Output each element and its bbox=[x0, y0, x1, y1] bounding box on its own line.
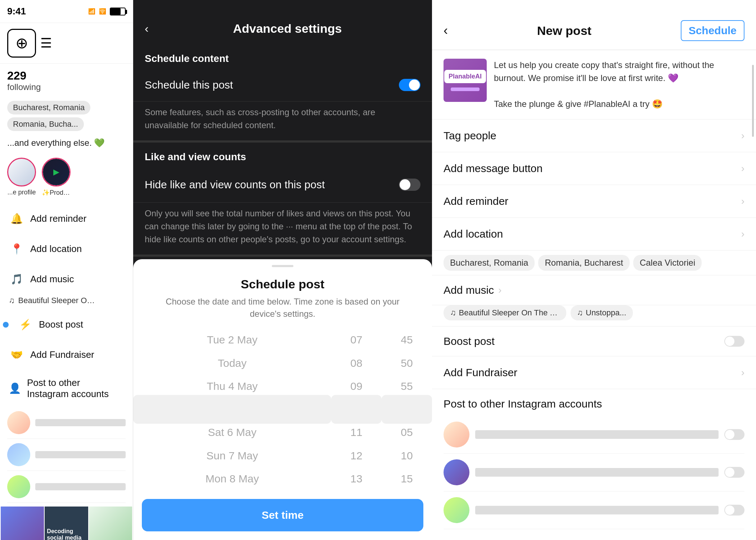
hour-picker-col[interactable]: 07 08 09 10 11 12 13 bbox=[331, 328, 382, 490]
picker-date-6[interactable]: Mon 8 May bbox=[133, 467, 331, 490]
loc-tag-right-2: Romania, Bucharest bbox=[538, 255, 629, 271]
picker-hour-1[interactable]: 08 bbox=[331, 351, 382, 374]
story-item-profile[interactable]: ...e profile bbox=[7, 158, 36, 197]
music-chip-1: ♫ Beautiful Sleeper On The Train · The P… bbox=[444, 305, 566, 320]
post-to-other-item[interactable]: 👤 Post to other Instagram accounts bbox=[0, 370, 133, 407]
music-track-item: ♫ Beautiful Sleeper On The Train · The bbox=[9, 296, 124, 305]
tag-people-row[interactable]: Tag people › bbox=[432, 120, 756, 152]
music-note-icon-right: ♫ bbox=[450, 308, 456, 318]
picker-date-4[interactable]: Sat 6 May bbox=[133, 421, 331, 444]
modal-subtitle: Choose the date and time below. Time zon… bbox=[133, 296, 432, 320]
story-label-product: ✨Product bbox=[42, 189, 71, 197]
add-music-item[interactable]: 🎵 Add music bbox=[0, 264, 133, 294]
music-track-1: Beautiful Sleeper On The Train · The Poi… bbox=[459, 308, 560, 318]
right-account-toggle-1[interactable] bbox=[724, 429, 744, 440]
right-avatar-3 bbox=[444, 497, 469, 523]
schedule-toggle[interactable] bbox=[399, 79, 420, 91]
right-avatar-1 bbox=[444, 422, 469, 447]
picker-minute-5[interactable]: 10 bbox=[382, 444, 432, 467]
schedule-button-right[interactable]: Schedule bbox=[681, 20, 744, 41]
minute-picker-col[interactable]: 45 50 55 00 05 10 15 bbox=[382, 328, 432, 490]
picker-minute-1[interactable]: 50 bbox=[382, 351, 432, 374]
post-caption: Let us help you create copy that's strai… bbox=[494, 59, 744, 111]
scrollbar[interactable] bbox=[752, 65, 754, 137]
stories-row: ...e profile ▶ ✨Product bbox=[0, 153, 133, 201]
left-panel: 9:41 📶 🛜 ⊕ ☰ 229 following Bucharest, Ro… bbox=[0, 0, 133, 540]
picker-date-3[interactable]: Fri 5 May bbox=[133, 398, 331, 421]
picker-date-0[interactable]: Tue 2 May bbox=[133, 328, 331, 351]
hide-counts-toggle[interactable] bbox=[399, 179, 420, 191]
loc-tag-right-1: Bucharest, Romania bbox=[444, 255, 535, 271]
tag-people-chevron: › bbox=[741, 130, 744, 141]
boost-post-item[interactable]: ⚡ Boost post bbox=[0, 310, 133, 340]
message-chevron: › bbox=[741, 163, 744, 174]
add-music-row-right[interactable]: Add music › bbox=[432, 275, 756, 305]
right-menu-items: Tag people › Add message button › Add re… bbox=[432, 120, 756, 529]
hamburger-icon[interactable]: ☰ bbox=[40, 36, 52, 51]
back-button-right[interactable]: ‹ bbox=[444, 23, 448, 38]
add-reminder-row-right[interactable]: Add reminder › bbox=[432, 185, 756, 218]
picker-hour-6[interactable]: 13 bbox=[331, 467, 382, 490]
music-note-icon-right-2: ♫ bbox=[577, 308, 583, 318]
add-fundraiser-row-right[interactable]: Add Fundraiser › bbox=[432, 356, 756, 389]
bio-text: ...and everything else. 💚 bbox=[0, 134, 133, 153]
picker-hour-3[interactable]: 10 bbox=[331, 398, 382, 421]
right-account-toggle-3[interactable] bbox=[724, 505, 744, 516]
location-tags-right: Bucharest, Romania Romania, Bucharest Ca… bbox=[432, 251, 756, 275]
hide-counts-note: Only you will see the total number of li… bbox=[133, 203, 432, 255]
right-name-3 bbox=[475, 506, 719, 514]
picker-hour-0[interactable]: 07 bbox=[331, 328, 382, 351]
right-name-1 bbox=[475, 430, 719, 439]
picker-date-5[interactable]: Sun 7 May bbox=[133, 444, 331, 467]
add-location-item[interactable]: 📍 Add location bbox=[0, 234, 133, 264]
picker-hour-4[interactable]: 11 bbox=[331, 421, 382, 444]
boost-dot bbox=[3, 322, 9, 328]
picker-minute-0[interactable]: 45 bbox=[382, 328, 432, 351]
location-chevron-right: › bbox=[741, 228, 744, 240]
feed-cell-1 bbox=[1, 507, 44, 540]
back-button-dark[interactable]: ‹ bbox=[145, 22, 149, 35]
picker-minute-3[interactable]: 00 bbox=[382, 398, 432, 421]
feed-cell-3 bbox=[89, 507, 132, 540]
date-picker-col[interactable]: Tue 2 May Today Thu 4 May Fri 5 May Sat … bbox=[133, 328, 331, 490]
fundraiser-label: Add Fundraiser bbox=[30, 349, 94, 360]
boost-post-toggle-right[interactable] bbox=[724, 336, 744, 347]
ig-avatar-2 bbox=[7, 443, 30, 466]
story-label-profile: ...e profile bbox=[7, 189, 36, 196]
picker-minute-4[interactable]: 05 bbox=[382, 421, 432, 444]
music-track-text: Beautiful Sleeper On The Train · The bbox=[18, 296, 98, 305]
add-message-button-row[interactable]: Add message button › bbox=[432, 152, 756, 185]
right-account-toggle-2[interactable] bbox=[724, 467, 744, 478]
add-fundraiser-label-right: Add Fundraiser bbox=[444, 366, 517, 379]
picker-minute-2[interactable]: 55 bbox=[382, 375, 432, 398]
reminder-icon: 🔔 bbox=[9, 211, 24, 227]
right-panel: ‹ New post Schedule PlanableAI Let us he… bbox=[432, 0, 756, 540]
picker-date-1[interactable]: Today bbox=[133, 351, 331, 374]
post-preview: PlanableAI Let us help you create copy t… bbox=[432, 50, 756, 120]
fundraiser-item[interactable]: 🤝 Add Fundraiser bbox=[0, 340, 133, 370]
boost-post-label-right: Boost post bbox=[444, 335, 495, 347]
add-reminder-label: Add reminder bbox=[30, 213, 86, 224]
music-icon-left: 🎵 bbox=[9, 271, 24, 287]
date-time-picker[interactable]: Tue 2 May Today Thu 4 May Fri 5 May Sat … bbox=[133, 328, 432, 490]
music-track-2: Unstoppa... bbox=[586, 308, 626, 318]
add-location-row-right[interactable]: Add location › bbox=[432, 218, 756, 251]
ig-avatar-3 bbox=[7, 475, 30, 498]
status-bar-left: 9:41 📶 🛜 bbox=[0, 0, 133, 23]
picker-hour-2[interactable]: 09 bbox=[331, 375, 382, 398]
ig-name-3 bbox=[35, 483, 126, 490]
fundraiser-icon: 🤝 bbox=[9, 347, 24, 363]
story-avatar-profile bbox=[7, 158, 36, 186]
picker-hour-5[interactable]: 12 bbox=[331, 444, 382, 467]
create-post-button[interactable]: ⊕ bbox=[7, 29, 36, 58]
picker-date-2[interactable]: Thu 4 May bbox=[133, 375, 331, 398]
set-time-button[interactable]: Set time bbox=[142, 499, 423, 531]
right-account-row-2 bbox=[444, 454, 744, 491]
location-tag-2: Romania, Bucha... bbox=[7, 117, 84, 131]
add-message-label: Add message button bbox=[444, 162, 543, 175]
story-item-product[interactable]: ▶ ✨Product bbox=[42, 158, 71, 197]
add-reminder-item[interactable]: 🔔 Add reminder bbox=[0, 204, 133, 234]
picker-minute-6[interactable]: 15 bbox=[382, 467, 432, 490]
new-post-header: ‹ New post Schedule bbox=[432, 0, 756, 50]
right-name-2 bbox=[475, 468, 719, 477]
